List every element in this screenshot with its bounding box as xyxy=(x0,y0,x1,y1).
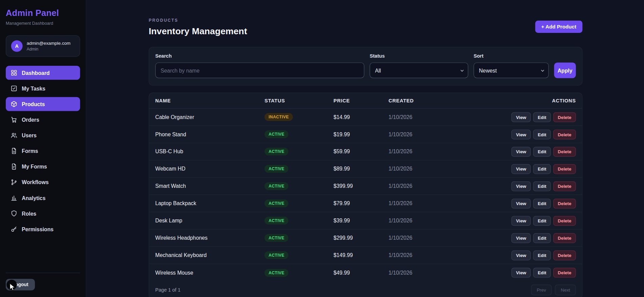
view-button[interactable]: View xyxy=(512,164,531,174)
table-row: Phone Stand ACTIVE $19.99 1/10/2026 View… xyxy=(149,126,582,143)
edit-button[interactable]: Edit xyxy=(533,250,551,260)
product-created: 1/10/2026 xyxy=(389,252,510,258)
product-name: Mechanical Keyboard xyxy=(155,252,265,258)
sidebar-footer: Logout xyxy=(6,273,80,290)
sidebar-item-products[interactable]: Products xyxy=(6,97,80,111)
delete-button[interactable]: Delete xyxy=(553,130,576,139)
delete-button[interactable]: Delete xyxy=(553,250,576,260)
table-row: Wireless Mouse ACTIVE $49.99 1/10/2026 V… xyxy=(149,264,582,281)
breadcrumb-eyebrow: PRODUCTS xyxy=(149,18,247,22)
view-button[interactable]: View xyxy=(512,181,531,191)
product-price: $49.99 xyxy=(334,270,389,276)
delete-button[interactable]: Delete xyxy=(553,164,576,174)
status-badge: ACTIVE xyxy=(264,199,288,207)
col-header-actions: ACTIONS xyxy=(510,98,576,103)
grid-icon xyxy=(11,70,17,76)
col-header-status: STATUS xyxy=(264,98,334,103)
viewport: Admin Panel Management Dashboard A admin… xyxy=(0,0,644,297)
view-button[interactable]: View xyxy=(512,233,531,243)
sidebar-item-roles[interactable]: Roles xyxy=(6,206,80,220)
product-created: 1/10/2026 xyxy=(389,148,510,155)
search-input[interactable] xyxy=(155,62,364,78)
sidebar-item-label: Products xyxy=(22,101,45,107)
sidebar-item-my-tasks[interactable]: My Tasks xyxy=(6,81,80,95)
page-header: PRODUCTS Inventory Management + Add Prod… xyxy=(149,18,582,37)
view-button[interactable]: View xyxy=(512,112,531,122)
delete-button[interactable]: Delete xyxy=(553,146,576,156)
table-row: Laptop Backpack ACTIVE $79.99 1/10/2026 … xyxy=(149,195,582,212)
product-name: USB-C Hub xyxy=(155,148,265,155)
delete-button[interactable]: Delete xyxy=(553,216,576,225)
edit-button[interactable]: Edit xyxy=(533,181,551,191)
delete-button[interactable]: Delete xyxy=(553,198,576,208)
filter-bar: Search Status All Sort xyxy=(149,47,582,85)
product-price: $39.99 xyxy=(334,218,389,224)
product-price: $149.99 xyxy=(334,252,389,258)
sidebar-item-forms[interactable]: Forms xyxy=(6,144,80,158)
sidebar-item-dashboard[interactable]: Dashboard xyxy=(6,66,80,80)
table-row: Desk Lamp ACTIVE $39.99 1/10/2026 View E… xyxy=(149,212,582,230)
view-button[interactable]: View xyxy=(512,198,531,208)
product-price: $399.99 xyxy=(334,183,389,189)
sidebar-item-label: Permissions xyxy=(22,226,53,232)
sidebar-nav: Dashboard My Tasks Products Orders xyxy=(6,66,80,236)
delete-button[interactable]: Delete xyxy=(553,233,576,243)
status-badge: ACTIVE xyxy=(264,269,288,277)
edit-button[interactable]: Edit xyxy=(533,198,551,208)
delete-button[interactable]: Delete xyxy=(553,268,576,278)
view-button[interactable]: View xyxy=(512,268,531,278)
file-icon xyxy=(11,148,17,154)
sidebar-item-analytics[interactable]: Analytics xyxy=(6,191,80,205)
table-row: Mechanical Keyboard ACTIVE $149.99 1/10/… xyxy=(149,247,582,264)
status-badge: ACTIVE xyxy=(264,217,288,224)
edit-button[interactable]: Edit xyxy=(533,146,551,156)
sidebar-item-orders[interactable]: Orders xyxy=(6,113,80,126)
products-table: NAME STATUS PRICE CREATED ACTIONS Cable … xyxy=(149,93,582,297)
product-price: $299.99 xyxy=(334,235,389,241)
product-created: 1/10/2026 xyxy=(389,166,510,172)
edit-button[interactable]: Edit xyxy=(533,164,551,174)
table-row: Smart Watch ACTIVE $399.99 1/10/2026 Vie… xyxy=(149,178,582,195)
view-button[interactable]: View xyxy=(512,130,531,139)
edit-button[interactable]: Edit xyxy=(533,112,551,122)
sort-select[interactable]: Newest xyxy=(474,62,549,78)
sidebar-item-label: Users xyxy=(22,132,37,138)
sort-label: Sort xyxy=(474,53,549,59)
view-button[interactable]: View xyxy=(512,146,531,156)
product-created: 1/10/2026 xyxy=(389,183,510,189)
sidebar-item-my-forms[interactable]: My Forms xyxy=(6,160,80,174)
view-button[interactable]: View xyxy=(512,250,531,260)
edit-button[interactable]: Edit xyxy=(533,216,551,225)
status-badge: ACTIVE xyxy=(264,148,288,156)
add-product-button[interactable]: + Add Product xyxy=(535,21,582,33)
sidebar-item-label: Dashboard xyxy=(22,70,49,76)
product-name: Laptop Backpack xyxy=(155,200,265,206)
view-button[interactable]: View xyxy=(512,216,531,225)
app-subtitle: Management Dashboard xyxy=(6,21,80,26)
sidebar-item-workflows[interactable]: Workflows xyxy=(6,175,80,189)
key-icon xyxy=(11,226,17,232)
cart-icon xyxy=(11,116,17,123)
edit-button[interactable]: Edit xyxy=(533,233,551,243)
product-price: $14.99 xyxy=(334,114,389,120)
sidebar-item-permissions[interactable]: Permissions xyxy=(6,222,80,236)
edit-button[interactable]: Edit xyxy=(533,268,551,278)
product-price: $19.99 xyxy=(334,131,389,137)
users-icon xyxy=(11,132,17,138)
page-title: Inventory Management xyxy=(149,26,247,37)
table-footer: Page 1 of 1 Prev Next xyxy=(149,281,582,297)
sidebar-item-users[interactable]: Users xyxy=(6,128,80,142)
delete-button[interactable]: Delete xyxy=(553,181,576,191)
prev-page-button[interactable]: Prev xyxy=(531,284,552,295)
status-badge: INACTIVE xyxy=(264,113,293,121)
product-created: 1/10/2026 xyxy=(389,131,510,137)
delete-button[interactable]: Delete xyxy=(553,112,576,122)
product-created: 1/10/2026 xyxy=(389,200,510,206)
next-page-button[interactable]: Next xyxy=(555,284,576,295)
edit-button[interactable]: Edit xyxy=(533,130,551,139)
status-select[interactable]: All xyxy=(370,62,468,78)
table-row: USB-C Hub ACTIVE $59.99 1/10/2026 View E… xyxy=(149,143,582,160)
status-badge: ACTIVE xyxy=(264,251,288,259)
mouse-cursor-icon xyxy=(9,283,17,291)
apply-button[interactable]: Apply xyxy=(554,62,576,78)
